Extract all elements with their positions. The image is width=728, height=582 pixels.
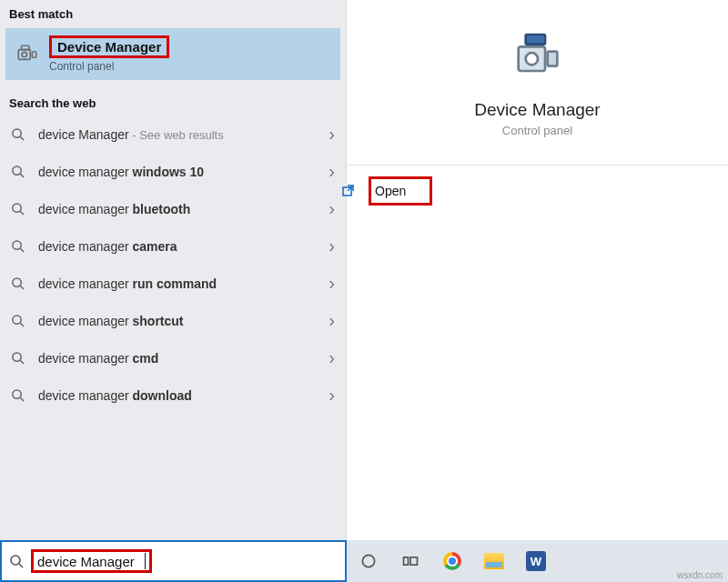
watermark: wsxdn.com [677,570,723,580]
search-bar[interactable] [0,540,347,582]
search-icon [11,351,25,366]
svg-rect-0 [18,49,30,59]
suggestion-label: device manager download [38,388,329,403]
open-label: Open [375,184,406,198]
taskbar: W [347,540,728,582]
suggestion-list: device Manager - See web results›device … [0,115,346,414]
search-web-header: Search the web [0,89,346,115]
suggestion-label: device manager bluetooth [38,202,329,216]
chevron-right-icon: › [329,124,335,145]
suggestion-item[interactable]: device Manager - See web results› [0,115,346,153]
search-icon [11,276,25,291]
svg-rect-2 [22,45,30,49]
suggestion-label: device manager windows 10 [38,165,329,179]
highlight-box: Device Manager [49,35,169,58]
suggestion-item[interactable]: device manager camera› [0,227,346,265]
suggestion-item[interactable]: device manager shortcut› [0,302,346,339]
svg-rect-15 [547,52,557,66]
search-icon [11,388,25,403]
best-match-device-manager[interactable]: Device Manager Control panel [5,28,340,80]
chevron-right-icon: › [329,385,335,406]
svg-point-9 [13,315,21,323]
svg-point-7 [13,240,21,248]
search-icon [11,127,25,142]
best-match-subtitle: Control panel [49,60,169,73]
details-subtitle: Control panel [502,124,572,137]
svg-rect-19 [404,557,409,565]
suggestion-item[interactable]: device manager windows 10› [0,153,346,190]
svg-rect-20 [410,557,418,565]
suggestion-label: device Manager - See web results [38,127,329,142]
svg-point-18 [362,555,374,567]
cortana-icon[interactable] [358,550,379,572]
svg-point-1 [22,52,26,56]
suggestion-label: device manager cmd [38,351,329,366]
search-icon [11,165,25,179]
suggestion-item[interactable]: device manager cmd› [0,339,346,376]
suggestion-item[interactable]: device manager download› [0,376,346,414]
search-icon [11,314,25,328]
file-explorer-icon[interactable] [483,550,505,572]
details-panel: Device Manager Control panel Open [347,0,728,540]
task-view-icon[interactable] [399,550,421,572]
open-icon [341,184,356,198]
svg-point-17 [11,556,20,565]
chevron-right-icon: › [329,347,335,368]
text-caret [145,553,146,569]
suggestion-label: device manager run command [38,276,329,291]
word-icon[interactable]: W [525,550,547,572]
svg-point-13 [525,53,537,65]
chevron-right-icon: › [329,273,335,294]
device-manager-icon [15,42,40,67]
svg-rect-3 [32,51,35,57]
suggestion-item[interactable]: device manager bluetooth› [0,190,346,227]
svg-point-5 [13,166,21,174]
svg-point-11 [13,389,21,397]
chevron-right-icon: › [329,236,335,256]
svg-point-10 [13,352,21,360]
svg-point-4 [13,128,21,136]
best-match-header: Best match [0,0,346,26]
search-icon [11,202,25,216]
svg-point-6 [13,203,21,211]
chevron-right-icon: › [329,198,335,219]
suggestion-item[interactable]: device manager run command› [0,265,346,302]
search-icon [11,239,25,254]
chevron-right-icon: › [329,161,335,182]
open-action[interactable]: Open [369,176,432,206]
search-results-panel: Best match Device Manager Control panel … [0,0,347,540]
chevron-right-icon: › [329,310,335,331]
suggestion-label: device manager camera [38,239,329,254]
chrome-icon[interactable] [441,550,463,572]
svg-rect-14 [525,35,544,45]
best-match-title: Device Manager [57,39,161,55]
suggestion-label: device manager shortcut [38,314,329,328]
device-manager-large-icon [509,27,567,85]
svg-point-8 [13,277,21,286]
highlight-box [31,549,152,573]
search-icon [9,554,24,568]
details-title: Device Manager [474,100,600,120]
search-input[interactable] [37,554,147,569]
